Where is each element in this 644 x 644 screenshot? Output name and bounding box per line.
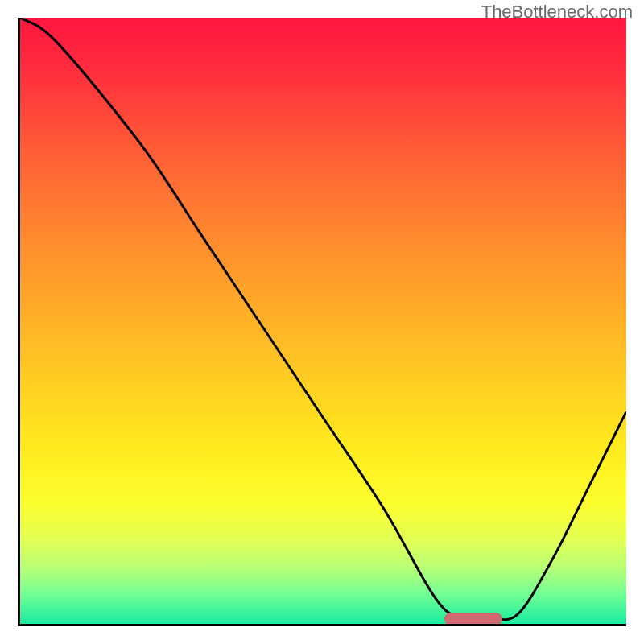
watermark-text: TheBottleneck.com [481,2,633,23]
chart-plot-area [18,18,626,626]
chart-highlight-marker [444,613,502,625]
chart-line-series [20,18,626,624]
